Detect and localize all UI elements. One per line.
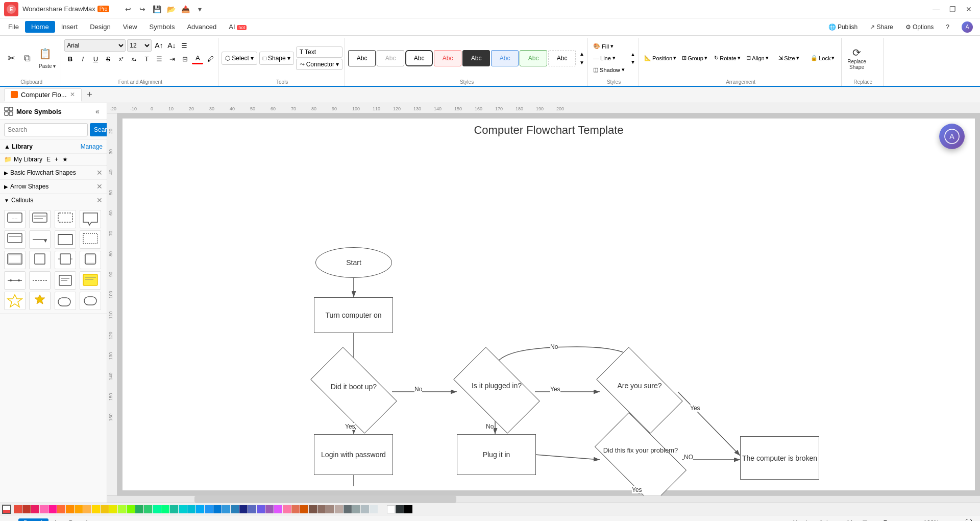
cut-button[interactable]: ✂ [4,52,18,64]
callout-shape-20[interactable] [80,292,101,310]
close-button[interactable]: ✕ [962,4,976,15]
zoom-out-button[interactable]: − [906,517,917,522]
arrow-close-button[interactable]: ✕ [96,182,103,191]
text-dropdown[interactable]: T Text [296,46,342,58]
style-sample-1[interactable]: Abc [348,50,376,66]
callout-shape-13[interactable] [4,271,26,290]
callout-shape-19[interactable] [55,292,76,310]
manage-button[interactable]: Manage [81,143,103,150]
align-button[interactable]: ⊟ Align ▾ [744,53,775,64]
color-orange-red[interactable] [57,505,65,513]
callout-shape-9[interactable] [4,251,26,269]
collapse-panel-button[interactable]: « [92,106,103,116]
color-light-silver[interactable] [370,505,378,513]
replace-shape-button[interactable]: ⟳ Replace Shape [845,45,869,72]
callout-shape-1[interactable]: ─ ─ [4,210,26,228]
search-button[interactable]: Search [90,123,107,136]
color-greenyellow[interactable] [118,505,126,513]
color-purple[interactable] [257,505,265,513]
menu-advanced[interactable]: Advanced [181,21,223,33]
turn-computer-on-shape[interactable]: Turn computer on [314,297,393,333]
menu-view[interactable]: View [117,21,143,33]
align-center-button[interactable]: ⊟ [179,53,190,64]
callout-shape-7[interactable] [55,230,76,249]
add-tab-button[interactable]: + [84,89,96,101]
color-selector[interactable] [2,505,11,514]
horizontal-scrollbar[interactable] [107,495,980,503]
connector-dropdown[interactable]: ⤳ Connector ▾ [296,59,342,70]
decrease-font-button[interactable]: A↓ [166,40,177,51]
menu-symbols[interactable]: Symbols [143,21,181,33]
search-input[interactable] [4,123,88,136]
menu-design[interactable]: Design [84,21,116,33]
export-button[interactable]: 📤 [179,3,192,16]
style-sample-4[interactable]: Abc [434,50,461,66]
color-tan[interactable] [326,505,334,513]
clear-format-button[interactable]: T [141,53,152,64]
callout-shape-6[interactable] [29,230,51,249]
tab-close-button[interactable]: ✕ [70,91,75,98]
fit-page-button[interactable]: ⊡ [860,517,871,522]
italic-button[interactable]: I [77,53,88,64]
style-scroll-up[interactable]: ▲ [578,50,585,58]
callout-shape-17[interactable] [4,292,26,310]
menu-insert[interactable]: Insert [55,21,84,33]
fullscreen-button[interactable]: ⛶ [963,517,974,522]
publish-button[interactable]: 🌐 Publish [823,19,863,35]
color-pastel-pink[interactable] [283,505,291,513]
align-button[interactable]: ☰ [179,40,190,51]
shadow-button[interactable]: ◫ Shadow ▾ [591,64,627,76]
undo-button[interactable]: ↩ [121,3,135,16]
callouts-header[interactable]: ▼ Callouts ✕ [0,194,107,207]
maximize-button[interactable]: ❐ [945,4,960,15]
style-sample-8[interactable]: Abc [548,50,576,66]
highlight-button[interactable]: 🖊 [205,53,216,64]
bullet-button[interactable]: ☰ [154,53,165,64]
menu-file[interactable]: File [2,21,25,33]
style-sample-6[interactable]: Abc [491,50,519,66]
canvas-wrapper[interactable]: 20 30 40 50 60 70 80 90 100 110 120 130 … [107,113,980,495]
color-near-black[interactable] [396,505,404,513]
color-dark-red[interactable] [22,505,31,513]
color-salmon[interactable] [291,505,300,513]
rotate-button[interactable]: ↻ Rotate ▾ [712,53,743,64]
color-yellow[interactable] [101,505,109,513]
style-sample-2[interactable]: Abc [377,50,404,66]
color-red[interactable] [14,505,22,513]
minimize-button[interactable]: — [929,4,943,15]
focus-button[interactable]: ⊙ Focus [877,519,900,522]
options-button[interactable]: ⚙ Options [900,19,939,35]
canvas-tab[interactable]: Computer Flo... ✕ [4,88,82,102]
subscript-button[interactable]: x₂ [128,53,139,64]
callout-shape-14[interactable] [29,271,51,290]
callouts-close-button[interactable]: ✕ [96,196,103,204]
color-light-blue[interactable] [196,505,204,513]
color-pumpkin[interactable] [300,505,308,513]
scrollbar-thumb[interactable] [194,496,456,503]
start-shape[interactable]: Start [315,247,392,278]
open-button[interactable]: 📂 [164,3,178,16]
callout-shape-5[interactable] [4,230,26,249]
color-gray[interactable] [352,505,360,513]
color-turquoise[interactable] [170,505,178,513]
color-springgreen[interactable] [161,505,169,513]
color-amethyst[interactable] [265,505,274,513]
color-lawngreen[interactable] [127,505,135,513]
more-button[interactable]: ▾ [193,3,206,16]
size-button[interactable]: ⇲ Size ▾ [776,53,807,64]
basic-close-button[interactable]: ✕ [96,169,103,177]
group-button[interactable]: ⊞ Group ▾ [680,53,710,64]
my-library-add[interactable]: + [55,156,58,163]
menu-home[interactable]: Home [25,21,55,33]
font-color-button[interactable]: A [192,53,203,64]
color-silver[interactable] [361,505,369,513]
paste-button[interactable]: 📋 [36,46,59,61]
menu-ai[interactable]: AI hot [223,21,252,33]
style-scroll-down[interactable]: ▼ [578,58,585,66]
increase-font-button[interactable]: A↑ [153,40,164,51]
lock-button[interactable]: 🔒 Lock ▾ [808,53,839,64]
page-settings-button[interactable]: ⊞ [6,518,16,522]
copy-button[interactable]: ⧉ [20,52,34,64]
callout-shape-3[interactable] [55,210,76,228]
color-gold[interactable] [92,505,100,513]
